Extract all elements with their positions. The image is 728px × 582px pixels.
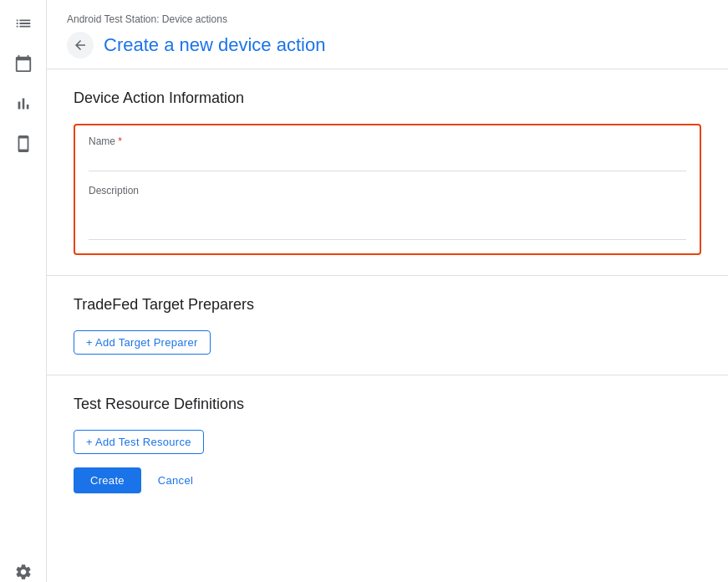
form-action-row: Create Cancel (74, 467, 701, 493)
device-action-section: Device Action Information Name * Descrip… (47, 69, 728, 276)
add-test-resource-button[interactable]: + Add Test Resource (74, 430, 204, 454)
page-title-row: Create a new device action (67, 32, 708, 59)
test-resource-title: Test Resource Definitions (74, 396, 701, 413)
description-input[interactable] (89, 200, 686, 240)
sidebar-icon-list[interactable] (13, 13, 33, 33)
main-content: Android Test Station: Device actions Cre… (47, 0, 728, 582)
sidebar-icon-calendar[interactable] (13, 54, 33, 74)
create-button[interactable]: Create (74, 467, 141, 493)
breadcrumb: Android Test Station: Device actions (67, 13, 708, 25)
back-button[interactable] (67, 32, 94, 59)
device-action-form-group: Name * Description (74, 124, 701, 255)
sidebar-icon-chart[interactable] (13, 94, 33, 114)
name-label: Name * (89, 135, 686, 147)
test-resource-section: Test Resource Definitions + Add Test Res… (47, 375, 728, 513)
sidebar-icon-settings[interactable] (13, 562, 33, 582)
tradefed-section: TradeFed Target Preparers + Add Target P… (47, 276, 728, 375)
name-input[interactable] (89, 151, 686, 171)
description-label: Description (89, 185, 686, 197)
cancel-button[interactable]: Cancel (148, 467, 203, 493)
page-title: Create a new device action (104, 34, 325, 56)
sidebar-icon-phone[interactable] (13, 134, 33, 154)
sidebar (0, 0, 47, 582)
page-header: Android Test Station: Device actions Cre… (47, 0, 728, 69)
description-field-container: Description (89, 185, 686, 243)
tradefed-title: TradeFed Target Preparers (74, 296, 701, 314)
name-field-container: Name * (89, 135, 686, 171)
add-target-preparer-button[interactable]: + Add Target Preparer (74, 330, 211, 355)
name-required-indicator: * (118, 135, 122, 147)
device-action-title: Device Action Information (74, 89, 701, 107)
